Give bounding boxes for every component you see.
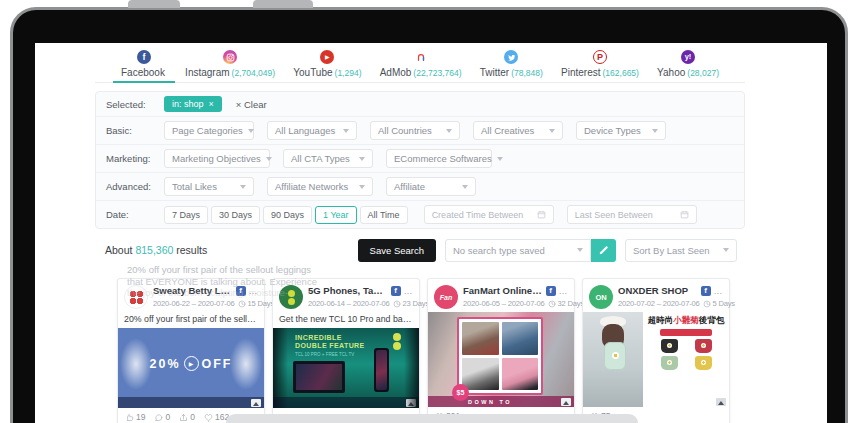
- tab-label: Twitter: [480, 67, 509, 78]
- edit-saved-search-button[interactable]: [591, 239, 616, 262]
- ad-creative[interactable]: $5 DOWN TO: [428, 312, 574, 407]
- creative-toolbar: [118, 397, 264, 408]
- basic-filter-row: Basic: Page Categories All Languages All…: [96, 117, 744, 145]
- date-button-7days[interactable]: 7 Days: [164, 206, 208, 224]
- dropdown-all-languages[interactable]: All Languages: [267, 121, 357, 140]
- chevron-down-icon: [240, 185, 246, 189]
- creative-toolbar: [583, 396, 729, 407]
- clock-icon: [393, 300, 401, 308]
- product-panel: 超時尚小雛菊後背包: [643, 312, 729, 407]
- creative-subtext: TCL 10 PRO + FREE TCL TV: [295, 352, 375, 357]
- like-icon: [125, 413, 134, 422]
- date-button-90days[interactable]: 90 Days: [263, 206, 312, 224]
- saved-search-dropdown[interactable]: No search type saved: [445, 239, 591, 262]
- tab-instagram[interactable]: Instagram(2,704,049): [185, 50, 275, 82]
- page-title[interactable]: FanMart Online Shopping - F...: [463, 285, 543, 296]
- tab-count: (2,704,049): [232, 68, 275, 78]
- ad-creative[interactable]: 20% ▶ OFF: [118, 328, 264, 408]
- date-range-buttons: 7 Days 30 Days 90 Days 1 Year All Time: [164, 206, 411, 224]
- tab-label: Facebook: [121, 67, 165, 78]
- tab-yahoo[interactable]: y! Yahoo(28,027): [657, 50, 719, 82]
- instagram-icon: [223, 50, 237, 64]
- ad-creative[interactable]: 超時尚小雛菊後背包: [583, 312, 729, 407]
- chevron-down-icon: [266, 157, 272, 161]
- price-badge: $5: [452, 384, 469, 401]
- ad-card: ON ONXDER SHOP f … 2020-07-02 – 2020-07-…: [582, 278, 730, 423]
- creative-text: DOWN TO: [468, 399, 512, 405]
- selected-label: Selected:: [106, 99, 164, 110]
- model-photo: [583, 312, 643, 407]
- more-menu-icon[interactable]: …: [404, 286, 414, 296]
- tab-youtube[interactable]: ▶ YouTube(1,294): [293, 50, 361, 82]
- promo-banner: [660, 329, 712, 336]
- dropdown-all-creatives[interactable]: All Creatives: [473, 121, 563, 140]
- chevron-down-icon: [359, 157, 365, 161]
- product-collage: [457, 317, 543, 395]
- tab-pinterest[interactable]: P Pinterest(162,665): [561, 50, 639, 82]
- creative-text: INCREDIBLE DOUBLE FEATURE: [295, 334, 375, 350]
- tab-label: Yahoo: [657, 67, 685, 78]
- card-header: Sweaty Betty London | Wom... f … 2020-06…: [118, 279, 264, 312]
- tab-label: Pinterest: [561, 67, 600, 78]
- tab-admob[interactable]: AdMob(22,723,764): [380, 50, 462, 82]
- ad-creative[interactable]: INCREDIBLE DOUBLE FEATURE TCL 10 PRO + F…: [273, 328, 419, 408]
- avatar: ON: [589, 285, 613, 309]
- ad-card: 5G Phones, Tablets & SIMs | ... f … 2020…: [272, 278, 420, 423]
- last-seen-input[interactable]: Last Seen Between: [567, 205, 697, 224]
- dropdown-ecommerce-softwares[interactable]: ECommerce Softwares: [386, 149, 492, 168]
- tab-facebook[interactable]: f Facebook: [121, 50, 167, 82]
- filter-panel: Selected: in: shop× × Clear Basic: Page …: [95, 91, 745, 229]
- admob-icon: [414, 50, 428, 64]
- tab-twitter[interactable]: Twitter(78,848): [480, 50, 543, 82]
- avatar: [124, 285, 148, 309]
- clear-filters-link[interactable]: × Clear: [236, 99, 267, 110]
- dropdown-page-categories[interactable]: Page Categories: [164, 121, 254, 140]
- more-menu-icon[interactable]: …: [249, 286, 259, 296]
- expand-icon[interactable]: [561, 398, 571, 406]
- selected-filter-tag[interactable]: in: shop×: [164, 96, 222, 112]
- facebook-icon: f: [236, 286, 246, 296]
- page-title[interactable]: 5G Phones, Tablets & SIMs | ...: [308, 285, 388, 296]
- tab-count: (162,665): [603, 68, 639, 78]
- share-icon: [179, 413, 188, 422]
- dropdown-total-likes[interactable]: Total Likes: [164, 177, 254, 196]
- expand-icon[interactable]: [716, 398, 726, 406]
- more-menu-icon[interactable]: …: [559, 286, 569, 296]
- heart-icon: [204, 413, 213, 422]
- clock-icon: [703, 300, 711, 308]
- chevron-down-icon: [343, 129, 349, 133]
- dropdown-cta-types[interactable]: All CTA Types: [283, 149, 373, 168]
- date-button-alltime[interactable]: All Time: [360, 206, 408, 224]
- dropdown-affiliate[interactable]: Affiliate: [386, 177, 476, 196]
- content: f Facebook Instagram(2,704,049) ▶ YouTub…: [95, 43, 745, 423]
- sort-dropdown[interactable]: Sort By Last Seen: [625, 239, 737, 262]
- chevron-down-icon: [549, 129, 555, 133]
- remove-tag-icon[interactable]: ×: [209, 99, 214, 109]
- marketing-filter-row: Marketing: Marketing Objectives All CTA …: [96, 145, 744, 173]
- tab-label: Instagram: [185, 67, 229, 78]
- dropdown-affiliate-networks[interactable]: Affiliate Networks: [267, 177, 373, 196]
- row-label: Date:: [106, 209, 164, 220]
- page-title[interactable]: ONXDER SHOP: [618, 285, 698, 296]
- tab-count: (1,294): [335, 68, 362, 78]
- results-count: 815,360: [135, 244, 173, 256]
- expand-icon[interactable]: [251, 399, 261, 407]
- calendar-icon: [680, 210, 689, 219]
- save-search-button[interactable]: Save Search: [358, 239, 436, 262]
- created-time-input[interactable]: Created Time Between: [424, 205, 554, 224]
- ad-text: 20% off your first pair of the sellout l…: [118, 312, 264, 328]
- ad-card: Fan FanMart Online Shopping - F... f … 2…: [427, 278, 575, 423]
- more-menu-icon[interactable]: …: [714, 286, 724, 296]
- pinterest-icon: P: [593, 50, 607, 64]
- page-title[interactable]: Sweaty Betty London | Wom...: [153, 285, 233, 296]
- dropdown-device-types[interactable]: Device Types: [576, 121, 666, 140]
- ad-card-list: Sweaty Betty London | Wom... f … 2020-06…: [117, 278, 733, 423]
- expand-icon[interactable]: [406, 399, 416, 407]
- chevron-down-icon: [652, 129, 658, 133]
- date-button-30days[interactable]: 30 Days: [211, 206, 260, 224]
- color-variants: [647, 339, 725, 370]
- dropdown-marketing-objectives[interactable]: Marketing Objectives: [164, 149, 270, 168]
- dropdown-all-countries[interactable]: All Countries: [370, 121, 460, 140]
- tab-count: (22,723,764): [413, 68, 461, 78]
- date-button-1year[interactable]: 1 Year: [315, 206, 357, 224]
